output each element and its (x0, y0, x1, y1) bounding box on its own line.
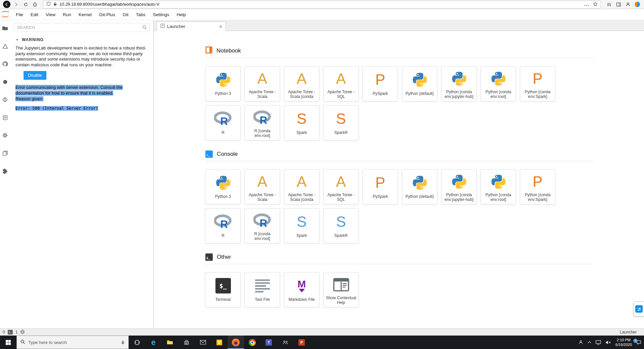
back-button[interactable] (3, 0, 11, 8)
command-palette-icon[interactable] (2, 114, 8, 121)
account-icon[interactable] (624, 0, 632, 8)
launcher-card-notebook-pyspark[interactable]: PPySpark (363, 66, 398, 101)
google-drive-icon[interactable] (2, 43, 8, 49)
menu-file[interactable]: File (12, 9, 27, 20)
search-input[interactable] (14, 23, 150, 32)
letter-kernel-icon: P (375, 70, 385, 90)
terminal-count: 0 (3, 330, 5, 335)
launcher-card-console-r-conda-env-root[interactable]: RR [conda env:root] (245, 208, 280, 243)
taskbar-app-teams[interactable]: T (260, 336, 277, 349)
warning-section-header[interactable]: ▼ WARNING (16, 37, 153, 42)
taskbar-app-file-explorer[interactable] (162, 336, 178, 349)
launcher-card-notebook-sparkr[interactable]: SSparkR (323, 105, 359, 140)
launcher-card-console-python-conda-env-spark[interactable]: PPython [conda env:Spark] (520, 169, 555, 204)
start-button[interactable] (0, 336, 16, 349)
launcher-card-notebook-apache-toree-sql[interactable]: AApache Toree - SQL (323, 66, 359, 101)
launcher-card-other-text-file[interactable]: Text File (245, 272, 280, 307)
menu-run[interactable]: Run (59, 9, 75, 20)
menu-edit[interactable]: Edit (27, 9, 42, 20)
action-center-icon[interactable]: 4 (636, 340, 641, 345)
launcher-card-label: Apache Toree - SQL (325, 90, 357, 99)
taskbar-app-task-view[interactable] (129, 336, 145, 349)
launcher-card-other-terminal[interactable]: $_Terminal (205, 272, 241, 307)
terminal-status-icon[interactable]: $_ (8, 330, 13, 335)
teamviewer-flyout[interactable] (634, 302, 644, 316)
launcher-card-label: Python 3 (215, 194, 231, 199)
launcher-card-console-python-default[interactable]: Python (default) (402, 169, 437, 204)
launcher-card-notebook-python-default[interactable]: Python (default) (402, 66, 437, 101)
launcher-card-notebook-python-3[interactable]: Python 3 (205, 66, 241, 101)
clock-time: 2:10 PM (615, 338, 632, 342)
file-browser-icon[interactable] (2, 25, 8, 32)
open-tabs-icon[interactable] (2, 150, 8, 156)
git-icon[interactable] (2, 96, 8, 103)
menu-kernel[interactable]: Kernel (75, 9, 95, 20)
taskbar-app-mail[interactable] (195, 336, 211, 349)
home-button[interactable] (31, 0, 39, 8)
launcher-card-notebook-python-conda-env-root[interactable]: Python [conda env:root] (481, 66, 516, 101)
page-actions-icon[interactable] (584, 2, 589, 7)
launcher-card-notebook-r-conda-env-root[interactable]: RR [conda env:root] (245, 105, 280, 140)
refresh-button[interactable] (22, 0, 30, 8)
launcher-card-label: Python [conda env:root] (482, 90, 514, 99)
launcher-card-console-python-conda-env-jupyter-hub[interactable]: Python [conda env:jupyter-hub] (441, 169, 477, 204)
launcher-card-console-python-conda-env-root[interactable]: Python [conda env:root] (481, 169, 516, 204)
launcher-card-notebook-spark[interactable]: SSpark (284, 105, 319, 140)
menu-git-plus[interactable]: Git-Plus (95, 9, 119, 20)
taskbar-app-firefox[interactable] (228, 336, 244, 349)
menu-help[interactable]: Help (173, 9, 190, 20)
taskbar-app-people[interactable] (277, 336, 293, 349)
forward-button[interactable] (12, 0, 20, 8)
github-icon[interactable] (2, 61, 8, 67)
launcher-card-notebook-apache-toree-scala-conda[interactable]: AApache Toree - Scala [conda (284, 66, 319, 101)
launcher-card-other-markdown-file[interactable]: MMarkdown File (284, 272, 319, 307)
disable-button[interactable]: Disable (24, 71, 46, 80)
shield-icon[interactable] (46, 1, 51, 7)
menu-settings[interactable]: Settings (149, 9, 173, 20)
running-sessions-icon[interactable] (2, 78, 8, 85)
launcher-card-console-sparkr[interactable]: SSparkR (323, 208, 359, 243)
taskbar-app-chrome[interactable] (244, 336, 260, 349)
launcher-card-console-python-3[interactable]: Python 3 (205, 169, 241, 204)
volume-muted-icon[interactable] (605, 340, 611, 345)
tab-close-icon[interactable]: × (219, 24, 222, 29)
launcher-card-notebook-apache-toree-scala[interactable]: AApache Toree - Scala (245, 66, 280, 101)
launcher-card-notebook-r[interactable]: RR (205, 105, 241, 140)
taskbar-app-sticky-notes[interactable] (211, 336, 228, 349)
network-icon[interactable] (596, 340, 601, 345)
connection-lock-icon[interactable] (53, 1, 57, 7)
launcher-card-console-apache-toree-scala[interactable]: AApache Toree - Scala (245, 169, 280, 204)
taskbar-clock[interactable]: 2:10 PM 6/19/2020 (615, 338, 632, 347)
sidebars-icon[interactable] (614, 0, 622, 8)
extension-profile-icon[interactable] (633, 0, 641, 8)
taskbar-search[interactable]: Type here to search (16, 336, 129, 349)
extension-manager-icon[interactable] (2, 168, 8, 174)
address-bar[interactable]: 10.29.19.69:8000/user/bhagat/lab/workspa… (43, 1, 601, 8)
launcher-card-other-show-contextual-help[interactable]: Show Contextual Help (323, 272, 359, 307)
launcher-card-console-apache-toree-sql[interactable]: AApache Toree - SQL (323, 169, 359, 204)
launcher-card-console-spark[interactable]: SSpark (284, 208, 319, 243)
launcher-card-notebook-python-conda-env-jupyter-hub[interactable]: Python [conda env:jupyter-hub] (441, 66, 477, 101)
python-kernel-icon (451, 173, 468, 191)
launcher-card-console-apache-toree-scala-conda[interactable]: AApache Toree - Scala [conda (284, 169, 319, 204)
launcher-card-console-r[interactable]: RR (205, 208, 241, 243)
tab-launcher[interactable]: Launcher × (157, 22, 226, 31)
taskbar-app-edge[interactable]: e (145, 336, 162, 349)
launcher-card-notebook-python-conda-env-spark[interactable]: PPython [conda env:Spark] (520, 66, 555, 101)
main-dock-panel: Launcher × NotebookPython 3AApache Toree… (154, 20, 644, 328)
settings-gear-icon[interactable] (2, 132, 8, 139)
menu-view[interactable]: View (42, 9, 59, 20)
menu-tabs[interactable]: Tabs (132, 9, 149, 20)
launcher-card-console-pyspark[interactable]: PPySpark (363, 169, 398, 204)
taskbar-app-powerpoint[interactable]: P (293, 336, 310, 349)
library-icon[interactable] (605, 0, 613, 8)
people-tray-icon[interactable] (578, 340, 583, 345)
bookmark-star-icon[interactable] (593, 2, 598, 7)
globe-icon[interactable] (20, 329, 25, 335)
letter-kernel-icon: S (297, 109, 307, 129)
taskbar-app-store[interactable] (178, 336, 195, 349)
microphone-icon[interactable] (121, 340, 125, 345)
menu-git[interactable]: Git (119, 9, 132, 20)
show-hidden-icons-chevron[interactable] (588, 341, 591, 344)
launcher-card-label: PySpark (373, 91, 388, 96)
